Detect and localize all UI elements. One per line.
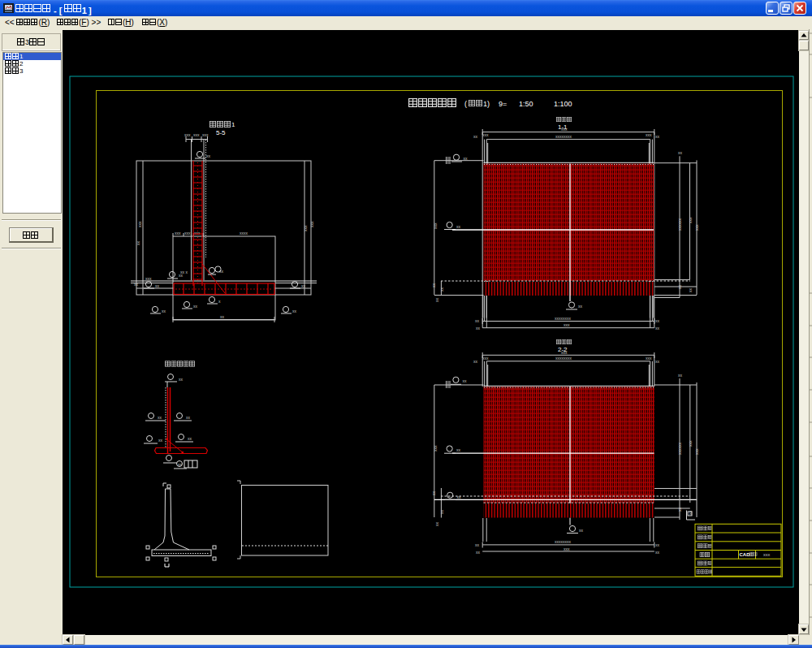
svg-text:xxx: xxx <box>433 445 438 451</box>
svg-text:xx: xx <box>431 283 436 288</box>
svg-text:1:100: 1:100 <box>554 100 572 108</box>
svg-text:xx: xx <box>439 510 444 515</box>
svg-text:CAD: CAD <box>740 552 751 557</box>
svg-text:xxx: xxx <box>763 552 771 557</box>
svg-text:xx: xx <box>206 153 211 158</box>
svg-text:xx: xx <box>476 550 481 555</box>
svg-text:xx: xx <box>219 269 224 274</box>
svg-text:xx: xx <box>463 378 468 383</box>
svg-text:xx: xx <box>220 314 225 319</box>
svg-text:xx: xx <box>193 304 198 309</box>
svg-text:xxxxxxxx: xxxxxxxx <box>555 356 572 361</box>
svg-text:xx: xx <box>655 359 660 364</box>
svg-text:x: x <box>218 299 221 304</box>
svg-text:xx: xx <box>155 283 160 288</box>
svg-text:xx: xx <box>655 326 660 330</box>
svg-text:xx: xx <box>464 156 469 161</box>
svg-text:xx: xx <box>655 542 660 547</box>
svg-text:xx: xx <box>136 241 140 246</box>
svg-text:xxx: xxx <box>433 222 438 229</box>
svg-text:xxxxxxxx: xxxxxxxx <box>555 134 572 139</box>
svg-text:xx: xx <box>158 438 163 443</box>
svg-text:xx: xx <box>179 377 184 382</box>
svg-text:xxx: xxx <box>309 221 314 227</box>
svg-text:xx: xx <box>678 150 683 155</box>
svg-text:xx: xx <box>431 491 436 496</box>
svg-text:xxx: xxx <box>688 440 693 447</box>
svg-text:xx: xx <box>475 542 480 547</box>
svg-text:xx: xx <box>578 304 583 309</box>
svg-text:xx: xx <box>178 462 183 467</box>
svg-text:1:50: 1:50 <box>519 100 533 108</box>
svg-text:xx: xx <box>434 298 439 303</box>
svg-text:5-5: 5-5 <box>216 129 226 136</box>
svg-text:xx: xx <box>655 134 660 139</box>
svg-text:xxx: xxx <box>694 448 699 455</box>
svg-text:xxxxxx: xxxxxx <box>677 218 682 231</box>
svg-text:xxx: xxx <box>482 132 489 137</box>
svg-text:xx: xx <box>579 528 584 533</box>
svg-text:xxx: xxx <box>564 546 570 551</box>
svg-text:xx: xx <box>678 373 683 378</box>
svg-text:xx x: xx x <box>180 270 188 274</box>
svg-text:xx: xx <box>188 436 192 441</box>
svg-text:xxx: xxx <box>137 221 142 227</box>
svg-text:(: ( <box>464 100 467 108</box>
svg-text:xx: xx <box>162 309 166 313</box>
svg-text:xx: xx <box>439 287 444 292</box>
svg-text:xxxxxxxx: xxxxxxxx <box>555 316 572 321</box>
svg-text:xx: xx <box>292 309 297 313</box>
svg-text:xx: xx <box>677 285 682 290</box>
svg-text:xx: xx <box>134 282 139 287</box>
svg-text:1: 1 <box>231 121 235 128</box>
svg-text:xxx: xxx <box>646 356 652 361</box>
svg-text:xxx: xxx <box>303 225 308 231</box>
svg-text:xxxxxxxx: xxxxxxxx <box>555 539 572 544</box>
svg-text:xxx: xxx <box>646 132 652 137</box>
svg-text:xx: xx <box>434 522 439 527</box>
svg-text:xxxxxx: xxxxxx <box>677 443 682 456</box>
svg-text:xx: xx <box>476 326 481 330</box>
svg-text:xx: xx <box>677 508 682 512</box>
svg-text:xxx: xxx <box>561 127 568 132</box>
svg-text:xx: xx <box>655 550 660 555</box>
svg-text:xx: xx <box>473 134 478 139</box>
svg-text:xxx: xxx <box>193 132 200 137</box>
svg-text:xxx: xxx <box>184 231 191 235</box>
svg-text:xxx: xxx <box>564 322 570 327</box>
svg-text:9=: 9= <box>499 100 507 108</box>
svg-text:xxx: xxx <box>694 224 699 231</box>
svg-text:xx: xx <box>457 495 462 499</box>
svg-text:1): 1) <box>483 100 490 108</box>
svg-text:xxx: xxx <box>482 356 489 361</box>
svg-text:xx: xx <box>475 318 480 323</box>
svg-text:xxx: xxx <box>688 217 693 223</box>
svg-text:xx: xx <box>301 283 306 288</box>
svg-text:xx: xx <box>456 447 461 452</box>
svg-text:xxxx: xxxx <box>240 231 248 235</box>
svg-text:xx: xx <box>655 318 660 323</box>
svg-text:xx: xx <box>158 415 162 420</box>
svg-text:xxx: xxx <box>184 132 191 137</box>
svg-text:xx: xx <box>456 224 461 229</box>
svg-text:xx: xx <box>186 415 191 420</box>
svg-text:xxx: xxx <box>202 132 209 137</box>
svg-text:xxx: xxx <box>175 231 181 235</box>
svg-text:xx: xx <box>473 359 478 364</box>
svg-text:xxx: xxx <box>145 276 152 281</box>
svg-text:xx: xx <box>688 288 693 293</box>
svg-text:xxx: xxx <box>561 350 568 355</box>
